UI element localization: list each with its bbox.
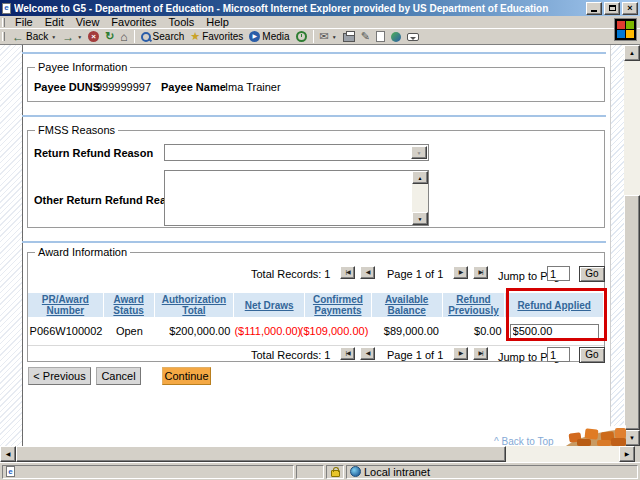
- menu-bar: File Edit View Favorites Tools Help: [0, 16, 640, 29]
- header-net-draws[interactable]: Net Draws: [234, 293, 305, 317]
- horizontal-scrollbar[interactable]: ◀ ▶: [0, 446, 640, 462]
- lock-icon: [331, 470, 340, 477]
- prev-page-button-bottom[interactable]: ◀: [360, 347, 375, 360]
- header-authorization-total[interactable]: Authorization Total: [155, 293, 235, 317]
- scroll-left-icon[interactable]: ◀: [0, 446, 16, 462]
- refund-applied-highlight-box: [506, 288, 607, 341]
- restore-icon: [609, 5, 616, 11]
- favorites-icon: ★: [190, 31, 200, 42]
- menu-file[interactable]: File: [9, 16, 39, 28]
- other-return-refund-reason-textarea[interactable]: ▲ ▼: [164, 170, 429, 226]
- cell-net-draws: ($111,000.00): [234, 317, 305, 345]
- menu-favorites[interactable]: Favorites: [105, 16, 162, 28]
- textarea-scroll-down-icon[interactable]: ▼: [412, 212, 428, 225]
- menu-help[interactable]: Help: [200, 16, 235, 28]
- header-award-status[interactable]: Award Status: [104, 293, 155, 317]
- mail-button[interactable]: ✉ ▼: [317, 29, 340, 44]
- header-refund-previously[interactable]: Refund Previously: [443, 293, 506, 317]
- toolbar-grip[interactable]: [2, 32, 5, 41]
- header-pr-award-number[interactable]: PR/Award Number: [28, 293, 104, 317]
- minimize-button[interactable]: [586, 2, 602, 15]
- mail-dropdown-icon[interactable]: ▼: [332, 34, 337, 40]
- stop-button[interactable]: ×: [85, 29, 102, 44]
- back-to-top-link[interactable]: ^ Back to Top: [494, 436, 554, 446]
- forward-dropdown-icon[interactable]: ▼: [77, 34, 82, 40]
- home-button[interactable]: ⌂: [117, 29, 130, 44]
- zone-label: Local intranet: [364, 466, 430, 478]
- refresh-icon: ↻: [105, 31, 114, 42]
- prev-page-button[interactable]: ◀: [360, 266, 375, 279]
- payee-duns-value: 999999997: [96, 81, 151, 93]
- edit-button[interactable]: ✎: [358, 29, 373, 44]
- close-button[interactable]: ×: [622, 2, 638, 15]
- top-divider: [22, 52, 606, 54]
- scroll-down-icon[interactable]: ▼: [624, 430, 640, 446]
- discuss-button[interactable]: [404, 29, 422, 44]
- scroll-right-icon[interactable]: ▶: [619, 446, 635, 462]
- vertical-scrollbar[interactable]: ▲ ▼: [624, 45, 640, 446]
- first-page-button-bottom[interactable]: |◀: [340, 347, 355, 360]
- right-stripe-pattern: [610, 45, 624, 446]
- payee-name-label: Payee Name: [161, 81, 226, 93]
- ie-toolbar: ← Back ▼ → ▼ × ↻ ⌂ Search ★ Favorites ▶ …: [0, 29, 640, 45]
- history-icon: [296, 31, 307, 42]
- corner-classroom-photo: [547, 423, 626, 446]
- status-progress-pane: [296, 465, 324, 479]
- left-stripe-pattern: [0, 45, 23, 446]
- next-page-button-bottom[interactable]: ▶: [453, 347, 468, 360]
- textarea-scrollbar[interactable]: ▲ ▼: [412, 171, 428, 225]
- vertical-scroll-thumb[interactable]: [624, 195, 640, 430]
- first-page-button[interactable]: |◀: [340, 266, 355, 279]
- home-icon: ⌂: [120, 31, 127, 43]
- jump-to-page-input[interactable]: [547, 266, 570, 281]
- horizontal-scroll-thumb[interactable]: [16, 446, 506, 462]
- minimize-icon: [591, 10, 597, 12]
- intranet-zone-icon: [350, 466, 361, 477]
- header-confirmed-payments[interactable]: Confirmed Payments: [305, 293, 372, 317]
- document-button[interactable]: [373, 29, 388, 44]
- jump-to-page-input-bottom[interactable]: [547, 347, 570, 362]
- menubar-grip[interactable]: [2, 18, 5, 27]
- search-button[interactable]: Search: [138, 29, 188, 44]
- menu-edit[interactable]: Edit: [39, 16, 70, 28]
- print-icon: [343, 33, 355, 42]
- messenger-button[interactable]: [388, 29, 404, 44]
- menu-tools[interactable]: Tools: [163, 16, 201, 28]
- cell-authorization-total: $200,000.00: [155, 317, 235, 345]
- next-page-button[interactable]: ▶: [453, 266, 468, 279]
- award-information-legend: Award Information: [35, 246, 130, 258]
- cell-confirmed-payments: ($109,000.00): [305, 317, 372, 345]
- select-dropdown-icon[interactable]: ▼: [411, 146, 427, 159]
- menu-view[interactable]: View: [70, 16, 106, 28]
- back-arrow-icon: ←: [12, 31, 24, 43]
- go-button-bottom[interactable]: Go: [579, 347, 605, 363]
- refresh-button[interactable]: ↻: [102, 29, 117, 44]
- discuss-icon: [407, 33, 419, 41]
- return-refund-reason-select[interactable]: ▼: [164, 144, 429, 161]
- restore-button[interactable]: [604, 2, 620, 15]
- previous-button[interactable]: < Previous: [28, 367, 91, 385]
- fmss-reasons-section: FMSS Reasons Return Refund Reason ▼ Othe…: [27, 130, 605, 228]
- back-button[interactable]: ← Back ▼: [9, 29, 59, 44]
- section-divider-2: [22, 241, 606, 243]
- section-divider: [22, 115, 606, 117]
- media-button[interactable]: ▶ Media: [246, 29, 292, 44]
- back-dropdown-icon[interactable]: ▼: [51, 34, 56, 40]
- scroll-up-icon[interactable]: ▲: [624, 45, 640, 61]
- last-page-button-bottom[interactable]: ▶|: [473, 347, 488, 360]
- forward-button[interactable]: → ▼: [59, 29, 85, 44]
- history-button[interactable]: [293, 29, 310, 44]
- stop-icon: ×: [88, 31, 99, 42]
- favorites-button[interactable]: ★ Favorites: [187, 29, 246, 44]
- forward-arrow-icon: →: [62, 31, 74, 43]
- print-button[interactable]: [340, 29, 358, 44]
- payee-name-value: Ima Trainer: [225, 81, 281, 93]
- last-page-button[interactable]: ▶|: [473, 266, 488, 279]
- go-button[interactable]: Go: [579, 266, 605, 282]
- search-icon: [141, 32, 151, 42]
- title-bar: e Welcome to G5 - Department of Educatio…: [0, 0, 640, 16]
- continue-button[interactable]: Continue: [162, 367, 211, 385]
- header-available-balance[interactable]: Available Balance: [372, 293, 443, 317]
- textarea-scroll-up-icon[interactable]: ▲: [412, 171, 428, 184]
- cancel-button[interactable]: Cancel: [96, 367, 141, 385]
